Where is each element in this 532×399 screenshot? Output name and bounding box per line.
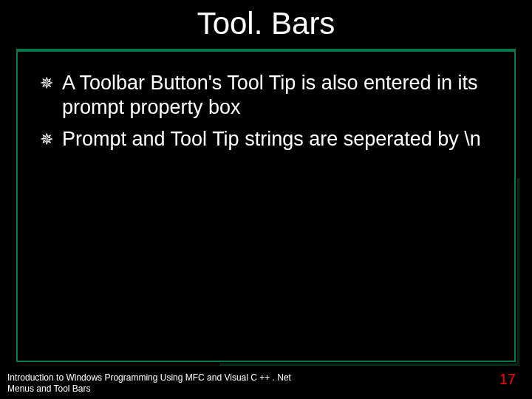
content-frame: ✵ A Toolbar Button's Tool Tip is also en…: [16, 50, 516, 362]
slide: Tool. Bars ✵ A Toolbar Button's Tool Tip…: [0, 0, 532, 399]
bullet-item: ✵ Prompt and Tool Tip strings are sepera…: [40, 127, 498, 151]
bullet-marker-icon: ✵: [40, 130, 53, 150]
footer-line-1: Introduction to Windows Programming Usin…: [7, 372, 291, 383]
bullet-text: Prompt and Tool Tip strings are seperate…: [62, 128, 481, 150]
footer-line-2: Menus and Tool Bars: [7, 383, 291, 395]
footer: Introduction to Windows Programming Usin…: [7, 372, 291, 395]
bullet-list: ✵ A Toolbar Button's Tool Tip is also en…: [40, 71, 498, 151]
slide-title: Tool. Bars: [0, 6, 532, 41]
bullet-item: ✵ A Toolbar Button's Tool Tip is also en…: [40, 71, 498, 120]
bullet-marker-icon: ✵: [40, 74, 53, 94]
page-number: 17: [499, 371, 516, 388]
bullet-text: A Toolbar Button's Tool Tip is also ente…: [62, 72, 478, 118]
